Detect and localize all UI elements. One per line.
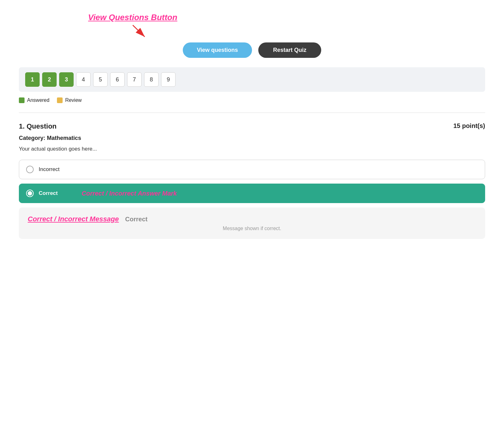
nav-btn-2[interactable]: 2 — [42, 72, 57, 87]
question-nav-wrapper: 123456789 — [19, 67, 485, 92]
buttons-row: View questions Restart Quiz — [19, 42, 485, 58]
nav-btn-5[interactable]: 5 — [93, 72, 108, 87]
question-header: 1. Question 15 point(s) — [19, 122, 485, 130]
arrow-icon — [130, 24, 148, 39]
answer-label-1: Correct — [39, 190, 58, 196]
feedback-message-text: Message shown if correct. — [28, 226, 476, 231]
radio-circle-1 — [26, 190, 34, 197]
question-section: 1. Question 15 point(s) Category: Mathem… — [19, 122, 485, 239]
view-questions-button[interactable]: View questions — [183, 42, 252, 58]
nav-btn-6[interactable]: 6 — [110, 72, 125, 87]
nav-btn-4[interactable]: 4 — [76, 72, 91, 87]
legend-answered-color — [19, 97, 25, 103]
section-divider — [19, 113, 485, 113]
legend-review: Review — [57, 97, 81, 103]
message-box-header: Correct / Incorrect Message Correct — [28, 215, 476, 223]
legend-review-color — [57, 97, 63, 103]
legend-answered-label: Answered — [27, 97, 49, 103]
question-category: Category: Mathematics — [19, 135, 485, 141]
question-nav: 123456789 — [25, 72, 479, 87]
nav-btn-7[interactable]: 7 — [127, 72, 142, 87]
question-text: Your actual question goes here... — [19, 146, 485, 152]
restart-quiz-button[interactable]: Restart Quiz — [258, 42, 321, 58]
feedback-status: Correct — [125, 216, 148, 223]
view-questions-annotation-label: View Questions Button — [88, 13, 177, 22]
correct-incorrect-message-annotation: Correct / Incorrect Message — [28, 215, 119, 223]
answer-options-container: IncorrectCorrectCorrect / Incorrect Answ… — [19, 160, 485, 203]
correct-incorrect-mark-annotation: Correct / Incorrect Answer Mark — [81, 190, 177, 197]
legend-answered: Answered — [19, 97, 49, 103]
feedback-message-box: Correct / Incorrect Message Correct Mess… — [19, 207, 485, 239]
nav-btn-9[interactable]: 9 — [161, 72, 176, 87]
nav-btn-8[interactable]: 8 — [144, 72, 159, 87]
radio-circle-0 — [26, 166, 34, 173]
question-title: 1. Question — [19, 122, 57, 130]
legend-review-label: Review — [65, 97, 81, 103]
nav-btn-3[interactable]: 3 — [59, 72, 74, 87]
answer-label-0: Incorrect — [39, 166, 59, 173]
nav-btn-1[interactable]: 1 — [25, 72, 40, 87]
question-points: 15 point(s) — [453, 122, 485, 130]
answer-option-1[interactable]: CorrectCorrect / Incorrect Answer Mark — [19, 184, 485, 203]
view-questions-annotation-area: View Questions Button — [19, 13, 485, 39]
answer-option-0[interactable]: Incorrect — [19, 160, 485, 179]
svg-line-1 — [133, 25, 145, 37]
legend: Answered Review — [19, 97, 485, 103]
